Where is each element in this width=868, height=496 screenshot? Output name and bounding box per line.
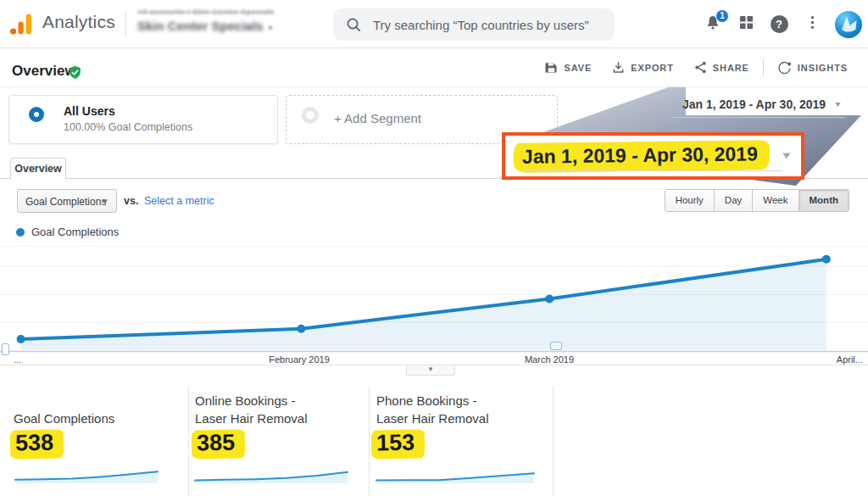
- legend-label: Goal Completions: [31, 226, 119, 238]
- metric-card-label[interactable]: Online Bookings - Laser Hair Removal: [195, 388, 360, 427]
- share-icon: [694, 61, 707, 75]
- google-analytics-logo-icon[interactable]: [9, 13, 32, 36]
- app-bar: Analytics All accounts / Skin Center Spe…: [0, 0, 868, 48]
- legend-dot-icon: [16, 228, 25, 237]
- save-label: SAVE: [564, 63, 592, 73]
- metric-card-sparkline: [375, 463, 537, 486]
- label-line: Laser Hair Removal: [376, 410, 544, 427]
- card-divider: [369, 386, 370, 496]
- chevron-down-icon: ▾: [268, 23, 272, 32]
- metric-selector-value: Goal Completions: [25, 196, 106, 208]
- search-icon: [345, 16, 362, 33]
- label-line: Online Bookings -: [195, 392, 360, 410]
- insights-label: INSIGHTS: [798, 63, 848, 73]
- export-button[interactable]: EXPORT: [612, 61, 674, 75]
- vertical-dots-icon: [810, 14, 815, 34]
- select-metric-link[interactable]: Select a metric: [144, 195, 214, 207]
- apps-grid-button[interactable]: [735, 14, 757, 36]
- chart-top-line: [0, 246, 868, 247]
- metric-card-label[interactable]: Goal Completions: [14, 388, 179, 427]
- goal-completions-chart: [0, 248, 868, 353]
- insights-button[interactable]: INSIGHTS: [777, 60, 848, 76]
- insights-orbit-icon: [777, 60, 792, 76]
- shield-check-icon: [68, 65, 82, 80]
- label-line: Goal Completions: [14, 410, 179, 427]
- highlighted-value: 385: [192, 429, 246, 459]
- segment-all-users[interactable]: All Users 100.00% Goal Completions: [8, 95, 278, 144]
- segment-ring-icon: [29, 107, 44, 122]
- chevron-down-icon: ▼: [427, 365, 434, 373]
- granularity-toggle: Hourly Day Week Month: [665, 189, 849, 212]
- save-button[interactable]: SAVE: [545, 61, 592, 75]
- label-line: Laser Hair Removal: [195, 410, 360, 427]
- x-tick: ...: [14, 354, 21, 365]
- actions-divider: [763, 59, 764, 77]
- grid-icon: [739, 15, 754, 33]
- metric-card-value: 385: [192, 430, 245, 459]
- timeline-brush-handle-mid[interactable]: [550, 342, 562, 350]
- metric-card-value: 153: [371, 430, 425, 459]
- metric-card-sparkline: [193, 463, 351, 486]
- metric-card-sparkline: [14, 463, 161, 486]
- search-bar[interactable]: [333, 8, 615, 41]
- segment-subtitle: 100.00% Goal Completions: [64, 121, 192, 133]
- question-mark-icon: ?: [771, 15, 788, 33]
- x-tick: April...: [837, 354, 863, 365]
- annotations-expander[interactable]: ▼: [406, 365, 455, 376]
- page-title: Overview: [12, 63, 76, 80]
- highlighted-value: 153: [371, 429, 426, 459]
- label-line: Phone Bookings -: [376, 392, 544, 410]
- date-range-callout[interactable]: Jan 1, 2019 - Apr 30, 2019 ▼: [502, 132, 804, 180]
- chevron-down-icon: ▼: [101, 198, 109, 205]
- floppy-disk-icon: [545, 61, 558, 75]
- chevron-down-icon: ▼: [780, 151, 793, 162]
- metric-card-value: 538: [10, 430, 64, 459]
- add-segment-label: + Add Segment: [334, 111, 421, 125]
- highlighted-value: 538: [10, 429, 64, 459]
- granularity-week[interactable]: Week: [752, 189, 798, 212]
- metric-card-label[interactable]: Phone Bookings - Laser Hair Removal: [376, 388, 544, 427]
- help-button[interactable]: ?: [768, 14, 790, 36]
- x-tick: March 2019: [504, 354, 594, 365]
- report-actions: SAVE EXPORT: [545, 48, 848, 87]
- account-breadcrumb: All accounts / Skin Center Specials: [137, 7, 274, 16]
- segment-title: All Users: [64, 104, 115, 118]
- card-divider: [553, 386, 554, 496]
- appbar-divider: [125, 12, 126, 36]
- card-divider: [188, 386, 189, 496]
- product-name: Analytics: [42, 12, 115, 32]
- date-range-picker[interactable]: Jan 1, 2019 - Apr 30, 2019 ▼: [670, 98, 845, 118]
- metric-selector[interactable]: Goal Completions ▼: [17, 189, 117, 213]
- appbar-icons: 1 ?: [702, 0, 863, 48]
- account-name: Skin Center Specials: [137, 19, 263, 33]
- action-bar: Overview SAVE: [0, 48, 868, 87]
- notifications-button[interactable]: 1: [702, 14, 724, 36]
- download-icon: [612, 61, 625, 75]
- account-switcher[interactable]: All accounts / Skin Center Specials Skin…: [137, 7, 274, 34]
- account-avatar[interactable]: [834, 10, 863, 39]
- x-tick: February 2019: [252, 354, 347, 365]
- google-analytics-screen: Analytics All accounts / Skin Center Spe…: [0, 0, 868, 496]
- timeline-brush-handle-left[interactable]: [2, 343, 9, 355]
- share-label: SHARE: [713, 63, 749, 73]
- share-button[interactable]: SHARE: [694, 61, 749, 75]
- date-range-label: Jan 1, 2019 - Apr 30, 2019: [682, 98, 826, 111]
- granularity-day[interactable]: Day: [714, 189, 753, 212]
- search-input[interactable]: [373, 18, 603, 32]
- granularity-hourly[interactable]: Hourly: [665, 189, 715, 212]
- notification-badge: 1: [715, 9, 729, 23]
- chevron-down-icon: ▼: [833, 100, 843, 109]
- more-menu-button[interactable]: [801, 14, 823, 36]
- tab-overview[interactable]: Overview: [10, 158, 66, 179]
- highlighted-date-range: Jan 1, 2019 - Apr 30, 2019: [514, 140, 770, 173]
- granularity-month[interactable]: Month: [798, 189, 849, 212]
- export-label: EXPORT: [631, 63, 674, 73]
- segment-ring-empty-icon: [302, 107, 319, 124]
- vs-label: vs.: [124, 195, 138, 207]
